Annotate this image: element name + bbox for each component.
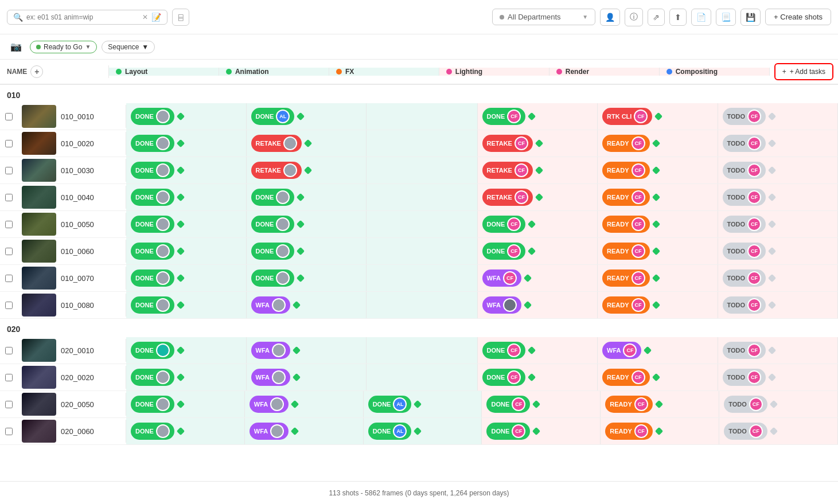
add-column-button[interactable]: + — [30, 65, 43, 78]
task-cell[interactable]: DONE CF — [482, 391, 601, 417]
task-cell[interactable]: DONE CF — [478, 364, 598, 390]
avatar: CF — [507, 110, 521, 123]
upload-icon-button[interactable]: ⬆ — [669, 9, 687, 26]
expand-icon-button[interactable]: ⇗ — [648, 9, 665, 26]
task-cell[interactable]: READY CF — [598, 157, 718, 183]
task-cell[interactable]: RETAKE CF — [478, 157, 598, 183]
task-cell[interactable]: TODO CF — [718, 184, 839, 210]
task-cell[interactable]: DONE — [126, 265, 247, 291]
task-cell[interactable]: DONE CF — [482, 418, 601, 444]
task-cell[interactable]: DONE AL — [364, 391, 482, 417]
task-cell[interactable]: DONE CF — [478, 103, 598, 130]
task-cell[interactable]: DONE — [247, 211, 367, 237]
task-cell[interactable]: DONE — [126, 157, 247, 183]
row-checkbox[interactable] — [5, 221, 13, 228]
task-cell[interactable]: RETAKE — [247, 157, 367, 183]
task-cell[interactable]: RTK CLI CF — [598, 103, 718, 130]
fx-col-label: FX — [345, 68, 354, 76]
filter-bar-icon[interactable]: 📷 — [7, 40, 25, 53]
task-cell[interactable]: DONE CF — [478, 337, 598, 364]
sequence-filter[interactable]: Sequence ▼ — [102, 41, 155, 53]
task-cell[interactable]: TODO CF — [718, 238, 839, 264]
row-checkbox[interactable] — [5, 347, 13, 354]
task-cell[interactable]: READY CF — [598, 238, 718, 264]
user-icon-button[interactable]: 👤 — [600, 9, 620, 26]
task-cell[interactable]: READY CF — [601, 418, 719, 444]
row-checkbox[interactable] — [5, 401, 13, 408]
task-cell[interactable]: READY CF — [601, 391, 719, 417]
task-cell[interactable]: WFA — [247, 337, 367, 364]
task-cell[interactable]: TODO CF — [718, 292, 839, 318]
row-checkbox[interactable] — [5, 302, 13, 309]
task-cell[interactable]: TODO CF — [718, 364, 839, 390]
task-cell[interactable]: TODO CF — [719, 418, 838, 444]
task-cell[interactable]: DONE — [126, 337, 247, 364]
task-cell[interactable]: READY CF — [598, 292, 718, 318]
row-checkbox[interactable] — [5, 167, 13, 174]
search-clear-icon[interactable]: ✕ — [142, 13, 148, 21]
task-cell[interactable]: TODO CF — [718, 337, 839, 364]
status-badge: WFA — [482, 296, 521, 314]
task-cell[interactable]: DONE — [126, 184, 247, 210]
task-cell[interactable]: DONE — [247, 184, 367, 210]
task-cell[interactable]: DONE — [126, 418, 245, 444]
search-history-icon[interactable]: 📝 — [151, 13, 161, 22]
task-cell[interactable]: DONE — [126, 391, 245, 417]
task-cell[interactable]: WFA CF — [478, 265, 598, 291]
search-input[interactable] — [26, 13, 139, 21]
row-checkbox[interactable] — [5, 275, 13, 282]
task-cell[interactable]: TODO CF — [718, 211, 839, 237]
status-label: DONE — [487, 347, 505, 354]
task-cell[interactable]: WFA — [247, 292, 367, 318]
task-cell[interactable]: DONE — [247, 265, 367, 291]
dept-selector[interactable]: All Departments ▼ — [492, 9, 595, 25]
task-cell[interactable]: READY CF — [598, 211, 718, 237]
status-indicator — [535, 166, 543, 174]
task-cell[interactable]: DONE — [247, 238, 367, 264]
ready-to-go-filter[interactable]: Ready to Go ▼ — [30, 41, 97, 53]
task-cell[interactable]: RETAKE CF — [478, 130, 598, 157]
export-icon-button[interactable]: 💾 — [740, 9, 761, 26]
row-checkbox[interactable] — [5, 374, 13, 381]
task-cell[interactable]: DONE — [126, 103, 247, 130]
task-cell[interactable]: TODO CF — [718, 103, 839, 130]
status-label: DONE — [135, 428, 154, 435]
document-icon-button[interactable]: 📄 — [691, 9, 711, 26]
task-cell[interactable]: WFA — [245, 391, 364, 417]
row-checkbox[interactable] — [5, 248, 13, 255]
task-cell[interactable]: WFA CF — [598, 337, 718, 364]
task-cell[interactable]: WFA — [478, 292, 598, 318]
task-cell[interactable]: TODO CF — [718, 130, 839, 157]
task-cell[interactable]: TODO CF — [719, 391, 838, 417]
task-cell[interactable]: WFA — [245, 418, 364, 444]
task-cell[interactable]: WFA — [247, 364, 367, 390]
task-cell[interactable]: TODO CF — [718, 265, 839, 291]
row-checkbox-area — [0, 374, 17, 381]
row-checkbox[interactable] — [5, 140, 13, 147]
task-cell[interactable]: TODO CF — [718, 157, 839, 183]
task-cell[interactable]: DONE CF — [478, 238, 598, 264]
task-cell[interactable]: RETAKE — [247, 130, 367, 157]
info-icon-button[interactable]: ⓘ — [625, 8, 643, 26]
row-checkbox[interactable] — [5, 428, 13, 435]
task-cell[interactable]: READY CF — [598, 265, 718, 291]
task-cell[interactable]: READY CF — [598, 130, 718, 157]
create-shots-button[interactable]: + Create shots — [765, 9, 831, 25]
task-cell[interactable]: DONE CF — [478, 211, 598, 237]
task-cell[interactable]: DONE — [126, 211, 247, 237]
add-tasks-button[interactable]: + + Add tasks — [774, 63, 833, 80]
task-cell[interactable]: DONE — [126, 364, 247, 390]
task-cell[interactable]: DONE — [126, 130, 247, 157]
task-cell[interactable]: DONE AL — [364, 418, 482, 444]
filter-button[interactable]: ⌸ — [172, 9, 189, 26]
task-cell[interactable]: DONE — [126, 238, 247, 264]
task-cell[interactable]: DONE AL — [247, 103, 367, 130]
task-cell[interactable]: RETAKE CF — [478, 184, 598, 210]
task-cell[interactable]: DONE — [126, 292, 247, 318]
task-cell[interactable]: READY CF — [598, 184, 718, 210]
status-indicator — [297, 193, 305, 201]
task-cell[interactable]: READY CF — [598, 364, 718, 390]
row-checkbox[interactable] — [5, 113, 13, 120]
row-checkbox[interactable] — [5, 194, 13, 201]
file-icon-button[interactable]: 📃 — [716, 9, 736, 26]
